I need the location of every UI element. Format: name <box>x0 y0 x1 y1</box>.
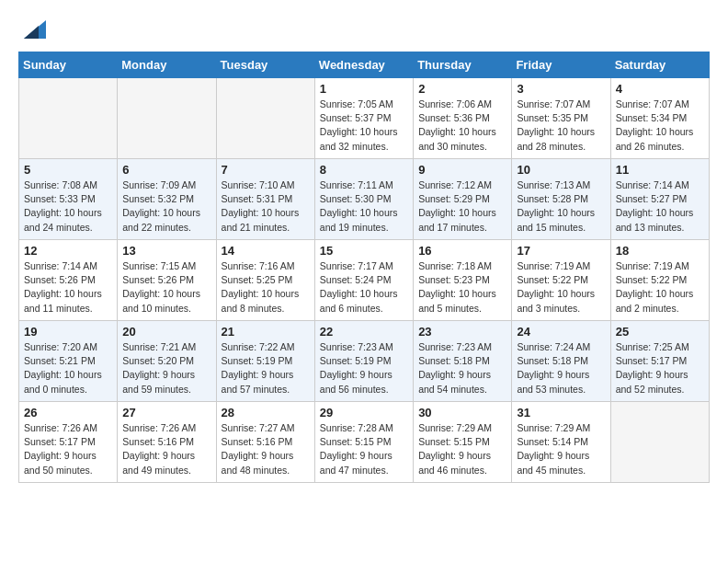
day-info: Sunrise: 7:05 AM Sunset: 5:37 PM Dayligh… <box>320 98 408 154</box>
day-cell-6: 6Sunrise: 7:09 AM Sunset: 5:32 PM Daylig… <box>118 159 216 240</box>
day-cell-25: 25Sunrise: 7:25 AM Sunset: 5:17 PM Dayli… <box>610 321 709 402</box>
day-number: 30 <box>418 406 506 419</box>
day-info: Sunrise: 7:25 AM Sunset: 5:17 PM Dayligh… <box>616 340 704 396</box>
day-info: Sunrise: 7:08 AM Sunset: 5:33 PM Dayligh… <box>24 178 112 235</box>
day-number: 22 <box>320 325 408 339</box>
day-info: Sunrise: 7:24 AM Sunset: 5:18 PM Dayligh… <box>517 340 605 396</box>
day-cell-12: 12Sunrise: 7:14 AM Sunset: 5:26 PM Dayli… <box>19 240 118 321</box>
day-number: 15 <box>320 244 408 258</box>
day-info: Sunrise: 7:19 AM Sunset: 5:22 PM Dayligh… <box>616 259 704 316</box>
day-number: 31 <box>517 406 605 419</box>
day-cell-19: 19Sunrise: 7:20 AM Sunset: 5:21 PM Dayli… <box>19 321 118 402</box>
empty-cell <box>118 78 216 159</box>
day-info: Sunrise: 7:21 AM Sunset: 5:20 PM Dayligh… <box>122 340 210 396</box>
day-cell-22: 22Sunrise: 7:23 AM Sunset: 5:19 PM Dayli… <box>314 321 413 402</box>
day-cell-24: 24Sunrise: 7:24 AM Sunset: 5:18 PM Dayli… <box>512 321 610 402</box>
logo <box>18 15 46 42</box>
day-info: Sunrise: 7:15 AM Sunset: 5:26 PM Dayligh… <box>122 259 210 316</box>
day-cell-31: 31Sunrise: 7:29 AM Sunset: 5:14 PM Dayli… <box>512 402 610 483</box>
day-info: Sunrise: 7:22 AM Sunset: 5:19 PM Dayligh… <box>222 340 310 396</box>
week-row-5: 26Sunrise: 7:26 AM Sunset: 5:17 PM Dayli… <box>19 402 710 483</box>
day-info: Sunrise: 7:07 AM Sunset: 5:34 PM Dayligh… <box>616 98 704 154</box>
day-cell-26: 26Sunrise: 7:26 AM Sunset: 5:17 PM Dayli… <box>19 402 118 483</box>
day-cell-29: 29Sunrise: 7:28 AM Sunset: 5:15 PM Dayli… <box>314 402 413 483</box>
day-info: Sunrise: 7:20 AM Sunset: 5:21 PM Dayligh… <box>24 340 112 396</box>
day-cell-5: 5Sunrise: 7:08 AM Sunset: 5:33 PM Daylig… <box>19 159 118 240</box>
day-number: 13 <box>122 244 210 258</box>
calendar-table: SundayMondayTuesdayWednesdayThursdayFrid… <box>18 52 710 483</box>
day-info: Sunrise: 7:29 AM Sunset: 5:15 PM Dayligh… <box>418 421 506 477</box>
day-number: 4 <box>616 82 704 96</box>
day-cell-30: 30Sunrise: 7:29 AM Sunset: 5:15 PM Dayli… <box>414 402 512 483</box>
header-row: SundayMondayTuesdayWednesdayThursdayFrid… <box>19 52 710 78</box>
day-info: Sunrise: 7:26 AM Sunset: 5:17 PM Dayligh… <box>24 421 112 477</box>
day-info: Sunrise: 7:23 AM Sunset: 5:19 PM Dayligh… <box>320 340 408 396</box>
col-header-sunday: Sunday <box>19 52 118 78</box>
day-cell-18: 18Sunrise: 7:19 AM Sunset: 5:22 PM Dayli… <box>610 240 709 321</box>
day-cell-15: 15Sunrise: 7:17 AM Sunset: 5:24 PM Dayli… <box>314 240 413 321</box>
week-row-2: 5Sunrise: 7:08 AM Sunset: 5:33 PM Daylig… <box>19 159 710 240</box>
day-info: Sunrise: 7:29 AM Sunset: 5:14 PM Dayligh… <box>517 421 605 477</box>
day-number: 10 <box>517 163 605 177</box>
logo-icon <box>20 17 46 42</box>
day-number: 1 <box>320 82 408 96</box>
week-row-3: 12Sunrise: 7:14 AM Sunset: 5:26 PM Dayli… <box>19 240 710 321</box>
day-cell-1: 1Sunrise: 7:05 AM Sunset: 5:37 PM Daylig… <box>314 78 413 159</box>
day-info: Sunrise: 7:06 AM Sunset: 5:36 PM Dayligh… <box>418 98 506 154</box>
day-info: Sunrise: 7:13 AM Sunset: 5:28 PM Dayligh… <box>517 178 605 235</box>
day-number: 19 <box>24 325 112 339</box>
day-info: Sunrise: 7:28 AM Sunset: 5:15 PM Dayligh… <box>320 421 408 477</box>
col-header-tuesday: Tuesday <box>216 52 314 78</box>
day-number: 24 <box>517 325 605 339</box>
day-number: 17 <box>517 244 605 258</box>
day-number: 11 <box>616 163 704 177</box>
col-header-thursday: Thursday <box>414 52 512 78</box>
day-number: 29 <box>320 406 408 419</box>
day-number: 20 <box>122 325 210 339</box>
day-info: Sunrise: 7:27 AM Sunset: 5:16 PM Dayligh… <box>222 421 310 477</box>
empty-cell <box>610 402 709 483</box>
header <box>18 15 710 42</box>
day-number: 5 <box>24 163 112 177</box>
day-info: Sunrise: 7:12 AM Sunset: 5:29 PM Dayligh… <box>418 178 506 235</box>
day-number: 14 <box>222 244 310 258</box>
day-info: Sunrise: 7:26 AM Sunset: 5:16 PM Dayligh… <box>122 421 210 477</box>
day-info: Sunrise: 7:10 AM Sunset: 5:31 PM Dayligh… <box>222 178 310 235</box>
day-cell-8: 8Sunrise: 7:11 AM Sunset: 5:30 PM Daylig… <box>314 159 413 240</box>
day-info: Sunrise: 7:14 AM Sunset: 5:27 PM Dayligh… <box>616 178 704 235</box>
day-info: Sunrise: 7:18 AM Sunset: 5:23 PM Dayligh… <box>418 259 506 316</box>
day-number: 25 <box>616 325 704 339</box>
day-cell-23: 23Sunrise: 7:23 AM Sunset: 5:18 PM Dayli… <box>414 321 512 402</box>
day-cell-2: 2Sunrise: 7:06 AM Sunset: 5:36 PM Daylig… <box>414 78 512 159</box>
day-number: 6 <box>122 163 210 177</box>
day-number: 2 <box>418 82 506 96</box>
day-info: Sunrise: 7:23 AM Sunset: 5:18 PM Dayligh… <box>418 340 506 396</box>
day-cell-13: 13Sunrise: 7:15 AM Sunset: 5:26 PM Dayli… <box>118 240 216 321</box>
day-cell-4: 4Sunrise: 7:07 AM Sunset: 5:34 PM Daylig… <box>610 78 709 159</box>
svg-marker-1 <box>24 26 39 39</box>
day-cell-17: 17Sunrise: 7:19 AM Sunset: 5:22 PM Dayli… <box>512 240 610 321</box>
day-info: Sunrise: 7:16 AM Sunset: 5:25 PM Dayligh… <box>222 259 310 316</box>
day-number: 27 <box>122 406 210 419</box>
week-row-4: 19Sunrise: 7:20 AM Sunset: 5:21 PM Dayli… <box>19 321 710 402</box>
day-number: 7 <box>222 163 310 177</box>
day-cell-28: 28Sunrise: 7:27 AM Sunset: 5:16 PM Dayli… <box>216 402 314 483</box>
day-cell-20: 20Sunrise: 7:21 AM Sunset: 5:20 PM Dayli… <box>118 321 216 402</box>
day-number: 21 <box>222 325 310 339</box>
day-number: 9 <box>418 163 506 177</box>
day-info: Sunrise: 7:19 AM Sunset: 5:22 PM Dayligh… <box>517 259 605 316</box>
day-cell-7: 7Sunrise: 7:10 AM Sunset: 5:31 PM Daylig… <box>216 159 314 240</box>
day-number: 3 <box>517 82 605 96</box>
day-cell-11: 11Sunrise: 7:14 AM Sunset: 5:27 PM Dayli… <box>610 159 709 240</box>
day-number: 28 <box>222 406 310 419</box>
empty-cell <box>216 78 314 159</box>
day-info: Sunrise: 7:09 AM Sunset: 5:32 PM Dayligh… <box>122 178 210 235</box>
day-info: Sunrise: 7:11 AM Sunset: 5:30 PM Dayligh… <box>320 178 408 235</box>
day-cell-21: 21Sunrise: 7:22 AM Sunset: 5:19 PM Dayli… <box>216 321 314 402</box>
empty-cell <box>19 78 118 159</box>
day-cell-16: 16Sunrise: 7:18 AM Sunset: 5:23 PM Dayli… <box>414 240 512 321</box>
day-number: 26 <box>24 406 112 419</box>
day-number: 18 <box>616 244 704 258</box>
day-cell-3: 3Sunrise: 7:07 AM Sunset: 5:35 PM Daylig… <box>512 78 610 159</box>
day-info: Sunrise: 7:07 AM Sunset: 5:35 PM Dayligh… <box>517 98 605 154</box>
